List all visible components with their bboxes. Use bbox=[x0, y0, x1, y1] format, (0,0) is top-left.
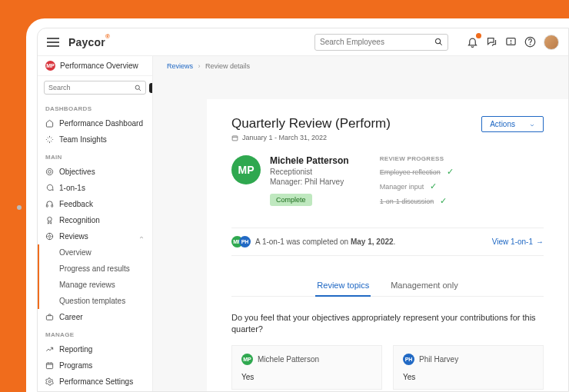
nav-feedback[interactable]: Feedback bbox=[38, 196, 152, 212]
svg-point-4 bbox=[511, 43, 511, 44]
review-progress: REVIEW PROGRESS Employee reflection✓ Man… bbox=[380, 155, 454, 211]
help-icon[interactable] bbox=[524, 36, 536, 48]
nav-reporting[interactable]: Reporting bbox=[38, 341, 152, 357]
nav-performance-settings[interactable]: Performance Settings bbox=[38, 374, 152, 390]
sub-question-templates[interactable]: Question templates bbox=[39, 293, 152, 309]
section-label-dashboards: DASHBOARDS bbox=[38, 99, 152, 115]
actions-button[interactable]: Actions bbox=[481, 116, 544, 132]
svg-rect-22 bbox=[232, 135, 238, 140]
award-icon bbox=[45, 216, 54, 224]
avatar-chip: MP bbox=[241, 354, 253, 365]
svg-point-21 bbox=[48, 380, 51, 383]
tab-review-topics[interactable]: Review topics bbox=[315, 274, 371, 296]
svg-point-7 bbox=[135, 85, 139, 89]
bell-icon[interactable] bbox=[467, 36, 478, 48]
briefcase-icon bbox=[45, 313, 54, 321]
sub-overview[interactable]: Overview bbox=[39, 244, 152, 261]
chevron-down-icon bbox=[529, 121, 535, 128]
calendar-icon bbox=[45, 361, 54, 370]
chat-bubble-icon bbox=[45, 184, 54, 192]
chart-icon bbox=[45, 345, 54, 354]
progress-item-label: 1-on-1 discussion bbox=[380, 198, 434, 205]
svg-point-15 bbox=[48, 235, 51, 238]
sub-manage-reviews[interactable]: Manage reviews bbox=[39, 277, 152, 293]
sidebar-search-field[interactable] bbox=[44, 81, 146, 95]
section-label-main: MAIN bbox=[38, 148, 152, 164]
check-icon: ✓ bbox=[430, 181, 437, 191]
employee-avatar: MP bbox=[231, 155, 261, 184]
reviews-submenu: Overview Progress and results Manage rev… bbox=[38, 244, 152, 309]
sparkle-icon bbox=[45, 135, 54, 144]
section-label-manage: MANAGE bbox=[38, 325, 152, 341]
review-date-range: January 1 - March 31, 2022 bbox=[242, 134, 327, 141]
svg-point-0 bbox=[435, 38, 440, 43]
hamburger-menu-icon[interactable] bbox=[47, 38, 59, 47]
calendar-icon bbox=[231, 135, 238, 141]
svg-rect-16 bbox=[46, 316, 52, 321]
home-icon bbox=[45, 119, 54, 128]
breadcrumb-root[interactable]: Reviews bbox=[167, 62, 193, 70]
main-content: Reviews › Review details Quarterly Revie… bbox=[153, 56, 568, 391]
svg-line-1 bbox=[440, 43, 442, 45]
response-author: Phil Harvey bbox=[419, 355, 458, 364]
logo: Paycor® bbox=[68, 36, 110, 48]
sub-progress[interactable]: Progress and results bbox=[39, 261, 152, 277]
svg-rect-11 bbox=[46, 204, 48, 207]
nav-team-insights[interactable]: Team Insights bbox=[38, 131, 152, 148]
breadcrumb: Reviews › Review details bbox=[153, 56, 568, 76]
search-icon bbox=[434, 38, 443, 46]
nav-recognition[interactable]: Recognition bbox=[38, 212, 152, 228]
nav-one-on-ones[interactable]: 1-on-1s bbox=[38, 180, 152, 196]
user-badge-icon: MP bbox=[45, 61, 55, 71]
nav-reviews[interactable]: Reviews bbox=[38, 228, 152, 244]
sidebar-title: Performance Overview bbox=[60, 61, 138, 70]
response-author: Michele Patterson bbox=[258, 355, 319, 364]
svg-point-9 bbox=[46, 168, 52, 174]
target-icon bbox=[45, 168, 54, 176]
view-one-on-one-link[interactable]: View 1-on-1 → bbox=[492, 238, 544, 246]
chat-icon[interactable] bbox=[486, 36, 497, 48]
avatar-chip: PH bbox=[239, 236, 251, 247]
review-panel: Quarterly Review (Perform) January 1 - M… bbox=[207, 99, 568, 391]
tab-management-only[interactable]: Management only bbox=[389, 274, 459, 296]
gear-icon bbox=[45, 377, 54, 386]
check-icon: ✓ bbox=[440, 196, 447, 206]
response-answer: Yes bbox=[241, 373, 372, 381]
employee-name: Michele Patterson bbox=[270, 155, 349, 166]
svg-line-8 bbox=[139, 88, 141, 90]
breadcrumb-current: Review details bbox=[205, 62, 250, 70]
nav-career[interactable]: Career bbox=[38, 309, 152, 325]
oneon1-text: A 1-on-1 was completed on May 1, 2022. bbox=[255, 238, 395, 246]
feedback-icon[interactable] bbox=[505, 36, 517, 48]
nav-objectives[interactable]: Objectives bbox=[38, 164, 152, 180]
sidebar-header[interactable]: MP Performance Overview bbox=[38, 56, 152, 76]
check-icon: ✓ bbox=[447, 167, 454, 177]
sidebar-search-input[interactable] bbox=[48, 84, 135, 91]
progress-item-label: Employee reflection bbox=[380, 168, 441, 176]
status-badge: Complete bbox=[270, 194, 312, 206]
response-card: PH Phil Harvey Yes bbox=[393, 345, 544, 390]
search-icon bbox=[135, 85, 141, 91]
chevron-up-icon bbox=[138, 234, 145, 240]
arrow-right-icon: → bbox=[536, 238, 544, 246]
headphones-icon bbox=[45, 200, 54, 208]
chevron-right-icon: › bbox=[198, 62, 201, 70]
svg-point-10 bbox=[48, 171, 52, 174]
svg-rect-12 bbox=[52, 204, 53, 207]
employee-role: Receptionist bbox=[270, 168, 349, 176]
response-card: MP Michele Patterson Yes bbox=[231, 345, 382, 390]
reviews-icon bbox=[45, 232, 54, 241]
response-answer: Yes bbox=[403, 373, 534, 381]
search-employees-field[interactable] bbox=[314, 34, 448, 51]
review-title: Quarterly Review (Perform) bbox=[231, 116, 391, 131]
user-avatar[interactable] bbox=[544, 35, 559, 50]
search-employees-input[interactable] bbox=[320, 38, 434, 46]
nav-performance-dashboard[interactable]: Performance Dashboard bbox=[38, 115, 152, 131]
svg-point-13 bbox=[48, 217, 52, 221]
nav-programs[interactable]: Programs bbox=[38, 357, 152, 374]
progress-title: REVIEW PROGRESS bbox=[380, 155, 454, 162]
svg-rect-17 bbox=[46, 363, 52, 368]
progress-item-label: Manager input bbox=[380, 183, 424, 191]
review-question: Do you feel that your objectives appropr… bbox=[231, 312, 544, 336]
employee-manager: Manager: Phil Harvey bbox=[270, 178, 349, 186]
